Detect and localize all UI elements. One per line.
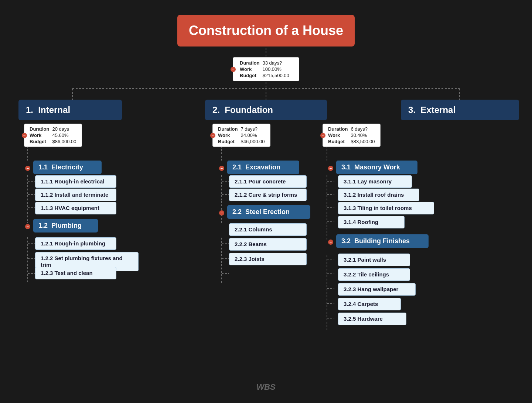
task-3-2-1: 3.2.1 Paint walls [338, 254, 410, 266]
level1-external: 3. External [401, 100, 519, 120]
level2-building-finishes: 3.2 Building Finishes [336, 234, 429, 248]
summary-budget-label: Budget [238, 72, 261, 79]
wbs-watermark: WBS [256, 382, 275, 392]
root-summary-box: Duration33 days? Work100.00% Budget$215,… [233, 57, 299, 81]
task-3-1-3: 3.1.3 Tiling in toilet rooms [338, 202, 434, 214]
collapse-btn-foundation[interactable] [210, 133, 215, 138]
task-1-1-1: 1.1.1 Rough-in electrical [35, 175, 116, 188]
info-box-internal: Duration20 days Work45.60% Budget$86,000… [24, 124, 82, 147]
collapse-btn-building-finishes[interactable] [328, 240, 333, 245]
info-box-external: Duration6 days? Work30.40% Budget$83,500… [323, 124, 381, 147]
summary-duration-label: Duration [238, 60, 261, 66]
task-3-1-2: 3.1.2 Install roof drains [338, 189, 419, 201]
task-3-2-5: 3.2.5 Hardware [338, 313, 406, 325]
task-3-2-2: 3.2.2 Tile ceilings [338, 268, 410, 281]
collapse-btn-masonry[interactable] [328, 166, 333, 171]
task-2-1-2: 2.1.2 Cure & strip forms [229, 189, 307, 201]
collapse-btn-steel-erection[interactable] [219, 210, 224, 216]
level1-foundation-title: 2. Foundation [212, 105, 320, 115]
level2-electricity-label: 1.1 Electricity [38, 163, 83, 171]
task-2-1-1: 2.1.1 Pour concrete [229, 175, 307, 188]
task-2-2-3: 2.2.3 Joists [229, 253, 307, 265]
task-3-1-1: 3.1.1 Lay masonry [338, 175, 412, 188]
info-box-foundation: Duration7 days? Work24.00% Budget$46,000… [212, 124, 270, 147]
task-1-2-1: 1.2.1 Rough-in plumbing [35, 237, 116, 250]
collapse-btn-excavation[interactable] [219, 166, 224, 171]
collapse-btn-internal[interactable] [22, 133, 27, 138]
collapse-btn-plumbing[interactable] [25, 224, 30, 229]
task-2-2-1: 2.2.1 Columns [229, 223, 307, 236]
root-title: Construction of a House [188, 23, 344, 38]
task-3-1-4: 3.1.4 Roofing [338, 216, 405, 228]
task-2-2-2: 2.2.2 Beams [229, 238, 307, 251]
level1-internal-title: 1. Internal [26, 105, 115, 115]
level2-masonry: 3.1 Masonry Work [336, 161, 417, 174]
summary-work-label: Work [238, 66, 261, 72]
task-3-2-3: 3.2.3 Hang wallpaper [338, 283, 416, 296]
diagram-container: Construction of a House Duration33 days?… [0, 0, 532, 403]
level1-internal: 1. Internal [18, 100, 122, 120]
summary-budget-value: $215,500.00 [261, 72, 290, 79]
task-1-2-3: 1.2.3 Test and clean [35, 267, 116, 279]
level2-steel-erection: 2.2 Steel Erection [227, 205, 310, 219]
summary-work-value: 100.00% [261, 66, 290, 72]
root-node: Construction of a House [177, 15, 355, 46]
task-1-1-3: 1.1.3 HVAC equipment [35, 202, 116, 214]
collapse-btn-external[interactable] [320, 133, 325, 138]
level1-foundation: 2. Foundation [205, 100, 327, 120]
task-3-2-4: 3.2.4 Carpets [338, 298, 401, 310]
task-1-1-2: 1.1.2 Install and terminate [35, 189, 116, 201]
level2-excavation: 2.1 Excavation [227, 161, 299, 174]
summary-duration-value: 33 days? [261, 60, 290, 66]
root-collapse-btn[interactable] [231, 67, 236, 72]
level2-plumbing: 1.2 Plumbing [33, 219, 98, 232]
collapse-btn-electricity[interactable] [25, 166, 30, 171]
level1-external-title: 3. External [408, 105, 512, 115]
level2-plumbing-label: 1.2 Plumbing [38, 222, 82, 229]
level2-electricity: 1.1 Electricity [33, 161, 102, 174]
